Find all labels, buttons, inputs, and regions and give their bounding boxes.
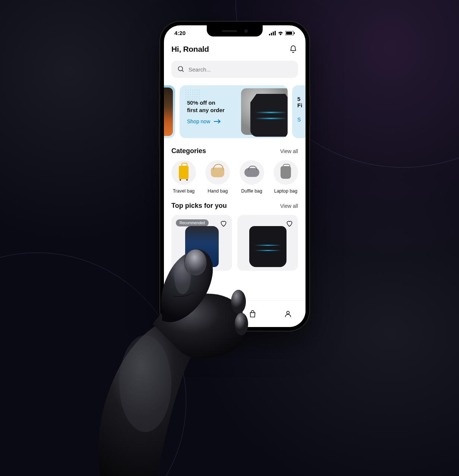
shop-now-link[interactable]: Shop now — [187, 118, 225, 124]
promo-title-peek: 5 Fi — [297, 96, 302, 108]
user-icon — [284, 310, 292, 318]
phone-screen: 4:20 Hi, Ronald — [164, 25, 306, 327]
product-image — [180, 226, 224, 271]
nav-home[interactable]: Home — [164, 301, 199, 327]
top-picks-title: Top picks for you — [171, 202, 227, 210]
svg-rect-1 — [271, 33, 272, 35]
nav-cart[interactable] — [235, 301, 270, 327]
decorative-arc — [0, 253, 186, 476]
svg-rect-10 — [181, 312, 183, 314]
svg-rect-0 — [269, 34, 270, 35]
top-picks-header: Top picks for you View all — [164, 200, 306, 215]
category-label: Duffle bag — [241, 188, 262, 194]
bottom-nav: Home — [164, 300, 306, 327]
heart-icon — [213, 310, 221, 318]
recommended-badge: Recommended — [176, 219, 209, 226]
promo-image — [241, 88, 288, 135]
decorative-dots — [185, 89, 200, 104]
nav-favorites[interactable] — [199, 301, 235, 327]
svg-rect-6 — [294, 32, 295, 34]
categories-row: Travel bag Hand bag Duffle bag Laptop ba… — [164, 160, 306, 200]
phone-frame: 4:20 Hi, Ronald — [160, 22, 309, 331]
promo-cta-label: Shop now — [187, 118, 210, 124]
svg-rect-5 — [286, 32, 292, 35]
promo-cta-peek: S — [297, 117, 301, 123]
duffle-icon — [244, 168, 259, 177]
category-hand-bag[interactable]: Hand bag — [205, 160, 230, 194]
search-input[interactable] — [189, 66, 292, 73]
status-icons — [269, 31, 295, 35]
nav-profile[interactable] — [270, 301, 306, 327]
product-image — [246, 226, 290, 271]
notch — [207, 25, 263, 37]
side-button — [309, 96, 311, 126]
category-label: Hand bag — [208, 188, 228, 194]
promo-card-prev[interactable] — [164, 85, 175, 138]
battery-icon — [285, 31, 295, 35]
wifi-icon — [278, 31, 284, 35]
category-travel-bag[interactable]: Travel bag — [171, 160, 196, 194]
product-card[interactable] — [237, 215, 298, 271]
promo-image — [164, 88, 173, 136]
categories-title: Categories — [171, 147, 206, 155]
bag-icon — [249, 310, 257, 318]
product-card[interactable]: Recommended — [171, 215, 232, 271]
category-label: Laptop bag — [274, 188, 298, 194]
svg-rect-2 — [273, 32, 274, 35]
cellular-icon — [269, 31, 276, 35]
promo-card-next[interactable]: 5 Fi S — [292, 85, 306, 138]
promo-carousel[interactable]: 50% off on first any order Shop now 5 Fi… — [164, 83, 306, 145]
backpack-icon — [281, 166, 291, 179]
side-button — [159, 126, 160, 148]
top-picks-row: Recommended — [164, 215, 306, 271]
search-bar[interactable] — [171, 61, 298, 78]
suitcase-icon — [179, 166, 189, 179]
arrow-right-icon — [214, 119, 221, 124]
categories-header: Categories View all — [164, 145, 306, 160]
svg-line-8 — [182, 70, 184, 72]
search-icon — [177, 66, 185, 73]
side-button — [159, 81, 160, 95]
bell-icon — [289, 45, 297, 53]
svg-point-7 — [178, 67, 183, 71]
svg-point-11 — [287, 311, 289, 314]
category-label: Travel bag — [173, 188, 195, 194]
promo-card-main[interactable]: 50% off on first any order Shop now — [180, 85, 288, 138]
side-button — [159, 100, 160, 122]
svg-rect-3 — [275, 31, 276, 35]
category-duffle-bag[interactable]: Duffle bag — [240, 160, 264, 194]
category-laptop-bag[interactable]: Laptop bag — [273, 160, 298, 194]
notifications-button[interactable] — [288, 44, 298, 54]
app-header: Hi, Ronald — [164, 38, 306, 58]
home-icon — [178, 307, 186, 315]
greeting-text: Hi, Ronald — [171, 45, 209, 54]
handbag-icon — [211, 168, 224, 177]
status-time: 4:20 — [174, 30, 186, 36]
categories-view-all[interactable]: View all — [280, 148, 298, 154]
top-picks-view-all[interactable]: View all — [280, 203, 298, 209]
